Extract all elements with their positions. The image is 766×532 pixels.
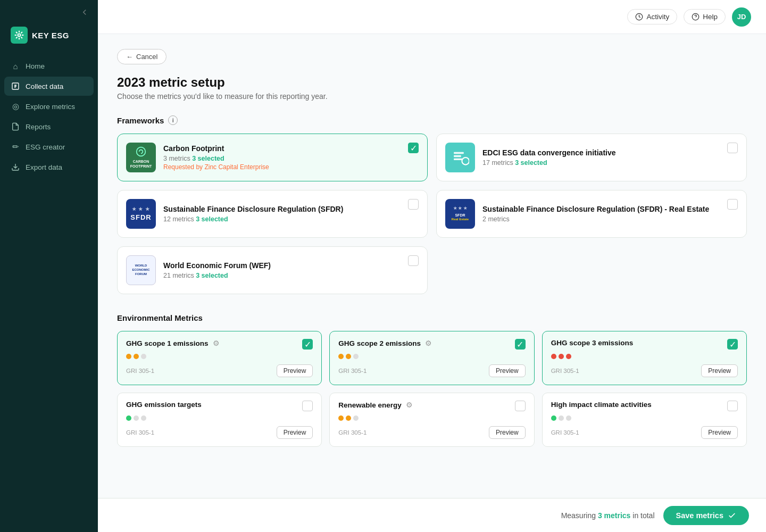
header: Activity Help JD	[98, 0, 766, 34]
collect-data-icon	[11, 81, 20, 91]
wef-info: World Economic Forum (WEF) 21 metrics 3 …	[163, 261, 419, 279]
framework-card-carbon[interactable]: CARBON FOOTPRINT Carbon Footprint 3 metr…	[117, 134, 428, 181]
sfdr-info: Sustainable Finance Disclosure Regulatio…	[163, 205, 419, 223]
activity-button[interactable]: Activity	[627, 9, 677, 24]
metric-card-ghg1[interactable]: GHG scope 1 emissions ⚙ ✓ GRI 305-1 Prev…	[117, 331, 322, 385]
person-icon-ghg2: ⚙	[425, 339, 432, 347]
explore-icon: ◎	[11, 102, 20, 111]
footer-measuring-text: Measuring 3 metrics in total	[561, 511, 655, 520]
page-content: ← Cancel 2023 metric setup Choose the me…	[98, 34, 766, 532]
metric-card-ghg3[interactable]: GHG scope 3 emissions ✓ GRI 305-1 Previe…	[542, 331, 747, 385]
metric-card-high-impact[interactable]: High impact climate activities GRI 305-1…	[542, 393, 747, 447]
dot3	[353, 415, 359, 421]
preview-btn-ghg2[interactable]: Preview	[489, 364, 526, 377]
svg-point-0	[18, 34, 21, 37]
sidebar-nav: ⌂ Home Collect data ◎ Explore metrics	[0, 56, 98, 177]
dot2	[134, 415, 139, 421]
sidebar-item-collect-data[interactable]: Collect data	[4, 77, 94, 96]
ghg1-checkbox[interactable]: ✓	[302, 339, 313, 350]
svg-rect-7	[454, 155, 461, 157]
dot3	[353, 354, 359, 359]
svg-rect-8	[454, 159, 462, 160]
footer: Measuring 3 metrics in total Save metric…	[98, 498, 766, 532]
preview-btn-ghg1[interactable]: Preview	[277, 364, 313, 377]
ghg-targets-checkbox[interactable]	[302, 401, 313, 411]
avatar[interactable]: JD	[732, 7, 751, 27]
framework-card-sfdr-re[interactable]: ★ ★ ★ SFDR Real Estate Sustainable Finan…	[436, 190, 747, 238]
wef-name: World Economic Forum (WEF)	[163, 261, 419, 270]
framework-card-sfdr[interactable]: ★ ★ ★ SFDR Sustainable Finance Disclosur…	[117, 190, 428, 238]
framework-card-wef[interactable]: WORLD ECONOMIC FORUM World Economic Foru…	[117, 246, 428, 294]
preview-btn-renewable[interactable]: Preview	[489, 426, 526, 439]
carbon-checkbox[interactable]: ✓	[408, 143, 419, 153]
dot1	[551, 354, 556, 359]
dot2	[134, 354, 139, 359]
dot2	[559, 415, 564, 421]
sidebar-item-label-reports: Reports	[26, 123, 51, 131]
dot2	[346, 415, 351, 421]
wef-checkbox[interactable]	[408, 255, 419, 266]
sidebar-item-label-collect: Collect data	[26, 82, 63, 90]
carbon-name: Carbon Footprint	[163, 144, 419, 153]
sfdr-name: Sustainable Finance Disclosure Regulatio…	[163, 205, 419, 213]
renewable-checkbox[interactable]	[515, 401, 526, 411]
carbon-info: Carbon Footprint 3 metrics 3 selected Re…	[163, 144, 419, 171]
carbon-metrics: 3 metrics 3 selected	[163, 155, 419, 162]
help-label: Help	[703, 13, 718, 21]
sfdr-re-name: Sustainable Finance Disclosure Regulatio…	[482, 205, 738, 213]
person-icon-renewable: ⚙	[406, 401, 413, 409]
dot1	[338, 415, 344, 421]
sidebar-collapse-btn[interactable]	[0, 0, 98, 21]
logo-icon	[11, 27, 28, 44]
metric-card-renewable[interactable]: Renewable energy ⚙ GRI 305-1 Preview	[329, 393, 534, 447]
sidebar-logo: KEY ESG	[0, 21, 98, 56]
edci-checkbox[interactable]	[727, 143, 738, 153]
frameworks-grid: CARBON FOOTPRINT Carbon Footprint 3 metr…	[117, 134, 747, 294]
ghg3-checkbox[interactable]: ✓	[727, 339, 738, 350]
dot1	[338, 354, 344, 359]
preview-btn-ghg-targets[interactable]: Preview	[277, 426, 313, 439]
home-icon: ⌂	[11, 61, 20, 71]
help-button[interactable]: Help	[684, 9, 726, 24]
high-impact-footer: GRI 305-1 Preview	[551, 426, 738, 439]
preview-btn-high-impact[interactable]: Preview	[701, 426, 738, 439]
frameworks-info-icon[interactable]: i	[168, 115, 178, 125]
sidebar-item-reports[interactable]: Reports	[4, 117, 94, 136]
sidebar-item-esg-creator[interactable]: ✏ ESG creator	[4, 137, 94, 156]
dot3	[141, 354, 146, 359]
high-impact-checkbox[interactable]	[727, 401, 738, 411]
page-title: 2023 metric setup	[117, 75, 747, 90]
preview-btn-ghg3[interactable]: Preview	[701, 364, 738, 377]
metric-card-ghg-targets[interactable]: GHG emission targets GRI 305-1 Preview	[117, 393, 322, 447]
metric-card-ghg2[interactable]: GHG scope 2 emissions ⚙ ✓ GRI 305-1 Prev…	[329, 331, 534, 385]
sidebar-item-export-data[interactable]: Export data	[4, 157, 94, 177]
sfdr-re-logo: ★ ★ ★ SFDR Real Estate	[445, 199, 475, 229]
sfdr-re-checkbox[interactable]	[727, 199, 738, 210]
environmental-section-title: Environmental Metrics	[117, 313, 747, 322]
logo-text: KEY ESG	[32, 31, 69, 40]
sidebar-item-label-export: Export data	[26, 163, 62, 171]
save-metrics-button[interactable]: Save metrics	[663, 506, 749, 525]
ghg-targets-header: GHG emission targets	[126, 401, 313, 411]
cancel-button[interactable]: ← Cancel	[117, 49, 166, 64]
dot3	[566, 415, 571, 421]
arrow-left-icon: ←	[126, 53, 133, 61]
ghg-targets-footer: GRI 305-1 Preview	[126, 426, 313, 439]
ghg2-dots	[338, 354, 525, 359]
carbon-logo: CARBON FOOTPRINT	[126, 143, 156, 172]
framework-card-edci[interactable]: EDCI ESG data convergence initiative 17 …	[436, 134, 747, 181]
sidebar-item-explore-metrics[interactable]: ◎ Explore metrics	[4, 97, 94, 116]
ghg2-footer: GRI 305-1 Preview	[338, 364, 525, 377]
esg-creator-icon: ✏	[11, 142, 20, 152]
sidebar-item-label-home: Home	[26, 62, 45, 70]
sfdr-checkbox[interactable]	[408, 199, 419, 210]
ghg3-footer: GRI 305-1 Preview	[551, 364, 738, 377]
sfdr-re-metrics: 2 metrics	[482, 215, 738, 223]
ghg2-checkbox[interactable]: ✓	[515, 339, 526, 350]
renewable-header: Renewable energy ⚙	[338, 401, 525, 411]
high-impact-header: High impact climate activities	[551, 401, 738, 411]
wef-logo: WORLD ECONOMIC FORUM	[126, 255, 156, 285]
metrics-grid: GHG scope 1 emissions ⚙ ✓ GRI 305-1 Prev…	[117, 331, 747, 447]
dot1	[126, 354, 131, 359]
sidebar-item-home[interactable]: ⌂ Home	[4, 56, 94, 76]
